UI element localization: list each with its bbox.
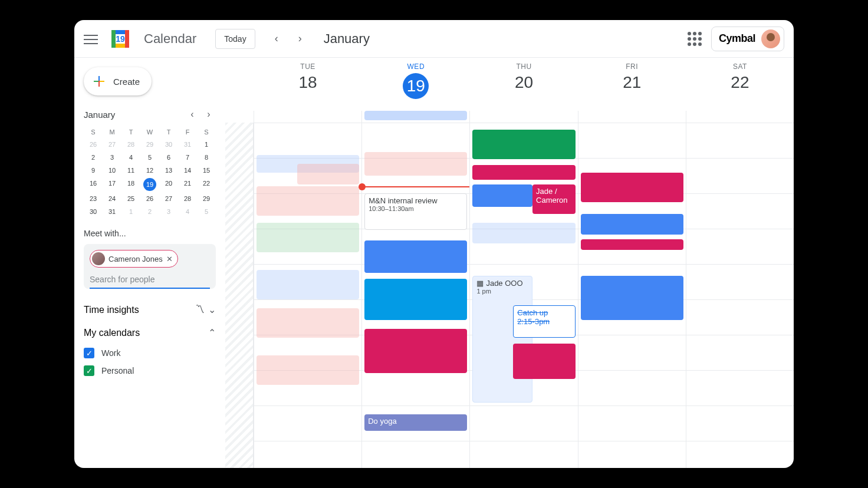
- mini-day[interactable]: 10: [103, 164, 121, 177]
- mini-day[interactable]: 31: [178, 138, 197, 151]
- mini-day[interactable]: 25: [121, 192, 140, 205]
- event[interactable]: [581, 276, 683, 320]
- checkbox-checked-icon[interactable]: ✓: [84, 365, 94, 376]
- mini-day[interactable]: 19: [143, 178, 156, 191]
- event[interactable]: [581, 214, 683, 235]
- create-button[interactable]: Create: [84, 67, 152, 95]
- event[interactable]: [472, 130, 575, 159]
- apps-grid-icon[interactable]: [688, 32, 702, 46]
- mini-day[interactable]: 24: [103, 192, 121, 205]
- mini-day[interactable]: 21: [178, 177, 197, 192]
- mini-day[interactable]: 7: [178, 151, 197, 164]
- event[interactable]: [472, 184, 532, 207]
- prev-week-button[interactable]: ‹: [267, 29, 286, 48]
- event[interactable]: [257, 186, 359, 216]
- mini-day[interactable]: 5: [197, 205, 216, 218]
- day-header[interactable]: SAT22: [686, 58, 794, 111]
- day-header[interactable]: THU20: [469, 58, 577, 111]
- event[interactable]: [513, 344, 575, 379]
- event-do-yoga[interactable]: Do yoga: [364, 414, 467, 431]
- mini-day[interactable]: 4: [121, 151, 140, 164]
- mini-day[interactable]: 26: [140, 192, 159, 205]
- mini-day[interactable]: 30: [159, 138, 178, 151]
- mini-day[interactable]: 5: [140, 151, 159, 164]
- person-chip[interactable]: Cameron Jones ✕: [90, 250, 178, 268]
- mini-next-month[interactable]: ›: [202, 107, 216, 121]
- mini-day[interactable]: 14: [178, 164, 197, 177]
- event[interactable]: [581, 239, 683, 250]
- mini-day[interactable]: 23: [84, 192, 103, 205]
- time-insights-toggle[interactable]: Time insights 〽⌄: [84, 298, 216, 321]
- mini-day[interactable]: 29: [140, 138, 159, 151]
- mini-month-label: January: [84, 110, 115, 120]
- event-jade-cameron[interactable]: Jade / Cameron: [532, 184, 576, 214]
- day-column[interactable]: Jade / Cameron ▦Jade OOO 1 pm Catch up 2…: [469, 123, 577, 468]
- mini-day[interactable]: 1: [121, 205, 140, 218]
- event[interactable]: [364, 329, 467, 373]
- mini-day[interactable]: 30: [84, 205, 103, 218]
- mini-day[interactable]: 27: [103, 138, 121, 151]
- menu-icon[interactable]: [84, 32, 98, 46]
- event[interactable]: [257, 270, 359, 299]
- today-button[interactable]: Today: [215, 29, 255, 49]
- chip-remove-icon[interactable]: ✕: [166, 255, 173, 263]
- mini-day[interactable]: 1: [197, 138, 216, 151]
- mini-day[interactable]: 15: [197, 164, 216, 177]
- mini-prev-month[interactable]: ‹: [185, 107, 199, 121]
- event[interactable]: [257, 355, 359, 385]
- event[interactable]: [297, 164, 359, 184]
- event[interactable]: [581, 173, 683, 202]
- account-chip[interactable]: Cymbal: [711, 27, 784, 51]
- mini-day[interactable]: 11: [121, 164, 140, 177]
- mini-day[interactable]: 12: [140, 164, 159, 177]
- event[interactable]: [364, 279, 467, 320]
- day-header[interactable]: WED19: [361, 58, 469, 111]
- allday-event[interactable]: [364, 111, 467, 120]
- event[interactable]: [472, 223, 575, 243]
- calendar-item-work[interactable]: ✓ Work: [84, 344, 216, 362]
- event[interactable]: [257, 223, 359, 252]
- next-week-button[interactable]: ›: [291, 29, 310, 48]
- event[interactable]: [257, 308, 359, 338]
- event-mn-review[interactable]: M&N internal review 10:30–11:30am: [364, 193, 467, 230]
- mini-day[interactable]: 6: [159, 151, 178, 164]
- mini-day[interactable]: 16: [84, 177, 103, 192]
- mini-day[interactable]: 28: [121, 138, 140, 151]
- mini-day[interactable]: 18: [121, 177, 140, 192]
- day-column[interactable]: [578, 123, 686, 468]
- mini-day[interactable]: 31: [103, 205, 121, 218]
- mini-day[interactable]: 17: [103, 177, 121, 192]
- mini-day[interactable]: 4: [178, 205, 197, 218]
- mini-day[interactable]: 20: [159, 177, 178, 192]
- my-calendars-toggle[interactable]: My calendars ⌃: [84, 321, 216, 344]
- avatar: [761, 29, 780, 48]
- event[interactable]: [364, 152, 467, 176]
- event[interactable]: [472, 165, 575, 180]
- mini-day[interactable]: 3: [103, 151, 121, 164]
- mini-calendar[interactable]: SMTWTFS262728293031123456789101112131415…: [84, 126, 216, 218]
- calendar-grid: TUE18 WED19 THU20 FRI21 SAT22: [225, 58, 794, 468]
- checkbox-checked-icon[interactable]: ✓: [84, 348, 94, 358]
- mini-day[interactable]: 27: [159, 192, 178, 205]
- event-catchup[interactable]: Catch up 2:15-3pm: [513, 305, 575, 338]
- day-header[interactable]: TUE18: [254, 58, 361, 111]
- mini-day[interactable]: 3: [159, 205, 178, 218]
- day-column[interactable]: [254, 123, 361, 468]
- event-jade-ooo[interactable]: ▦Jade OOO 1 pm: [472, 276, 532, 403]
- event[interactable]: [364, 240, 467, 273]
- org-name: Cymbal: [719, 32, 755, 45]
- mini-day[interactable]: 2: [84, 151, 103, 164]
- mini-day[interactable]: 9: [84, 164, 103, 177]
- mini-day[interactable]: 8: [197, 151, 216, 164]
- day-header[interactable]: FRI21: [578, 58, 686, 111]
- day-column[interactable]: [686, 123, 794, 468]
- search-people-input[interactable]: [90, 268, 210, 289]
- calendar-item-personal[interactable]: ✓ Personal: [84, 362, 216, 380]
- mini-day[interactable]: 26: [84, 138, 103, 151]
- mini-day[interactable]: 28: [178, 192, 197, 205]
- mini-day[interactable]: 29: [197, 192, 216, 205]
- day-column[interactable]: M&N internal review 10:30–11:30am Do yog…: [361, 123, 469, 468]
- mini-day[interactable]: 22: [197, 177, 216, 192]
- mini-day[interactable]: 13: [159, 164, 178, 177]
- mini-day[interactable]: 2: [140, 205, 159, 218]
